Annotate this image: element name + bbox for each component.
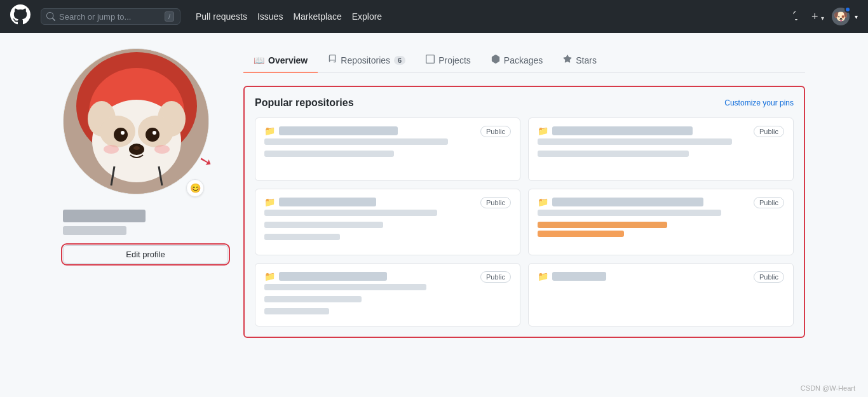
repo-name-3	[279, 198, 376, 206]
create-new-button[interactable]: + ▾	[809, 8, 827, 26]
projects-icon	[426, 55, 435, 65]
notifications-button[interactable]	[789, 8, 804, 25]
search-box[interactable]: /	[41, 8, 180, 25]
repo-card-header-4: 📁 Public	[538, 197, 784, 237]
profile-avatar	[63, 48, 209, 194]
profile-content: 📖 Overview Repositories 6 Projects	[243, 48, 805, 338]
repo-desc-1	[264, 138, 448, 145]
repo-card-3[interactable]: 📁 Public	[255, 189, 520, 255]
repo-card-1[interactable]: 📁 Public	[255, 118, 520, 181]
profile-tabs: 📖 Overview Repositories 6 Projects	[243, 48, 805, 73]
public-badge-5: Public	[480, 271, 511, 283]
stars-icon	[563, 55, 572, 65]
packages-icon	[491, 55, 500, 65]
github-logo[interactable]	[10, 4, 31, 29]
repo-desc-4	[538, 151, 689, 157]
repo-card-5[interactable]: 📁 Public	[255, 263, 520, 326]
search-slash-hint: /	[165, 11, 174, 22]
repo-name-4	[552, 198, 703, 206]
nav-issues[interactable]: Issues	[257, 11, 283, 22]
public-badge-3: Public	[480, 197, 511, 208]
profile-sidebar: 😊 ➘ Edit profile	[63, 48, 228, 338]
repo-desc-9	[264, 284, 426, 290]
svg-point-9	[146, 128, 159, 142]
tab-packages[interactable]: Packages	[481, 48, 553, 73]
repositories-icon	[328, 55, 337, 65]
username	[63, 226, 126, 235]
repo-card-header-5: 📁 Public	[264, 271, 511, 314]
repo-name-5	[279, 272, 387, 281]
repos-header: Popular repositories Customize your pins	[255, 97, 794, 109]
repo-card-header-3: 📁 Public	[264, 197, 511, 243]
notification-dot	[844, 6, 851, 13]
repo-lang-tag-4	[538, 231, 624, 237]
public-badge-2: Public	[754, 126, 784, 137]
svg-point-17	[154, 145, 170, 154]
repo-icon-2: 📁	[538, 126, 548, 136]
public-badge-4: Public	[754, 197, 784, 208]
repo-name-1	[279, 126, 398, 135]
repo-icon-3: 📁	[264, 197, 275, 207]
repo-desc-8	[538, 210, 721, 216]
repo-desc-3	[538, 138, 732, 145]
user-menu-chevron[interactable]: ▾	[855, 13, 858, 20]
nav-links: Pull requests Issues Marketplace Explore	[196, 11, 382, 22]
repo-lang-4	[538, 222, 667, 228]
repo-desc-6	[264, 222, 383, 228]
svg-point-10	[121, 131, 125, 135]
repo-card-header-1: 📁 Public	[264, 126, 511, 160]
repo-name-2	[552, 126, 693, 135]
repo-desc-10	[264, 296, 362, 302]
svg-point-8	[114, 128, 128, 142]
nav-explore[interactable]: Explore	[352, 11, 382, 22]
main-container: 😊 ➘ Edit profile 📖 Overview Repositories…	[53, 33, 815, 353]
edit-profile-button[interactable]: Edit profile	[63, 245, 228, 264]
user-info	[63, 210, 228, 235]
overview-icon: 📖	[254, 55, 264, 65]
popular-repositories-section: Popular repositories Customize your pins…	[243, 86, 805, 338]
repo-desc-7	[264, 234, 340, 240]
public-badge-1: Public	[480, 126, 511, 137]
navbar-right: + ▾ 🐶 ▾	[789, 8, 858, 26]
tab-overview[interactable]: 📖 Overview	[243, 48, 318, 73]
nav-marketplace[interactable]: Marketplace	[293, 11, 341, 22]
nav-pull-requests[interactable]: Pull requests	[196, 11, 247, 22]
svg-point-11	[153, 131, 156, 135]
repo-card-header-6: 📁 Public	[538, 271, 784, 283]
svg-point-16	[104, 145, 119, 154]
display-name	[63, 210, 146, 222]
tab-projects[interactable]: Projects	[416, 48, 481, 73]
svg-point-13	[133, 146, 140, 150]
tab-stars[interactable]: Stars	[553, 48, 607, 73]
emoji-status-button[interactable]: 😊	[186, 179, 204, 197]
repo-name-6	[552, 272, 606, 281]
repo-card-6[interactable]: 📁 Public	[528, 263, 794, 326]
repo-icon-4: 📁	[538, 197, 548, 207]
tab-repositories[interactable]: Repositories 6	[318, 48, 416, 73]
repos-title: Popular repositories	[255, 97, 354, 109]
repos-count-badge: 6	[394, 56, 405, 65]
avatar-container: 😊 ➘	[63, 48, 209, 202]
public-badge-6: Public	[754, 271, 784, 283]
repos-grid: 📁 Public 📁	[255, 118, 794, 326]
repo-card-header-2: 📁 Public	[538, 126, 784, 160]
repo-desc-2	[264, 151, 394, 157]
repo-lang-5	[264, 308, 329, 314]
repo-card-2[interactable]: 📁 Public	[528, 118, 794, 181]
repo-icon-6: 📁	[538, 271, 548, 281]
customize-pins-link[interactable]: Customize your pins	[724, 98, 794, 107]
repo-icon-1: 📁	[264, 126, 275, 136]
search-input[interactable]	[59, 12, 161, 22]
repo-desc-5	[264, 210, 437, 216]
repo-card-4[interactable]: 📁 Public	[528, 189, 794, 255]
navbar: / Pull requests Issues Marketplace Explo…	[0, 0, 868, 33]
repo-icon-5: 📁	[264, 271, 275, 281]
